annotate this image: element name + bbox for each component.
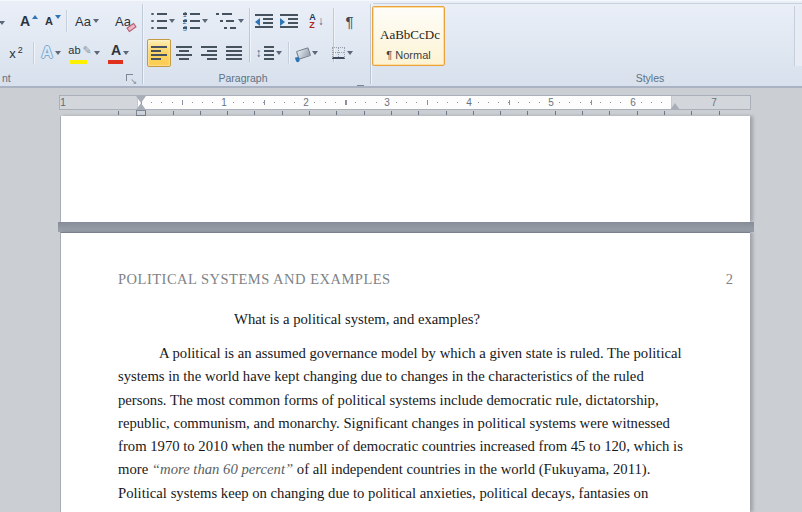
font-color-red-bar xyxy=(108,60,123,64)
right-indent-marker[interactable] xyxy=(670,103,680,110)
body-paragraph: A political is an assumed governance mod… xyxy=(118,342,678,505)
highlight-letters: ab xyxy=(68,44,80,56)
font-size-dropdown[interactable] xyxy=(0,14,9,32)
sort-button[interactable]: A Z ↓ xyxy=(303,7,330,35)
styles-group-label: Styles xyxy=(560,72,740,84)
justify-button[interactable] xyxy=(222,39,246,67)
page-1[interactable] xyxy=(60,116,750,222)
caret-up-icon xyxy=(32,15,38,19)
grow-font-button[interactable]: A xyxy=(16,7,42,35)
borders-icon xyxy=(332,47,345,59)
line-spacing-button[interactable]: ↕ xyxy=(252,39,285,67)
increase-indent-button[interactable] xyxy=(277,7,300,35)
ruler-inch: 1 xyxy=(218,97,230,108)
document-workspace: 1 2 3 4 5 6 1 7 POLITICAL SYSTEMS AND EX… xyxy=(0,88,802,512)
first-line-indent-marker[interactable] xyxy=(136,96,146,103)
chevron-down-icon xyxy=(312,51,318,55)
align-center-button[interactable] xyxy=(172,39,196,67)
multilevel-list-button[interactable] xyxy=(213,7,246,35)
align-center-icon xyxy=(176,46,192,60)
shrink-font-letter: A xyxy=(45,15,53,27)
hanging-indent-marker[interactable] xyxy=(136,103,146,110)
body-line-quote: more “more than 60 percent” of all indep… xyxy=(118,458,678,481)
running-head: POLITICAL SYSTEMS AND EXAMPLES xyxy=(118,271,391,288)
chevron-down-icon xyxy=(123,51,129,55)
superscript-button[interactable]: x 2 xyxy=(2,39,30,67)
font-dialog-launcher[interactable]: ↘ xyxy=(125,73,136,84)
body-line: Political systems keep on changing due t… xyxy=(118,482,678,505)
style-normal[interactable]: AaBbCcDc ¶ Normal xyxy=(372,6,445,66)
paragraph-group-label: Paragraph xyxy=(143,72,343,84)
page-number: 2 xyxy=(701,271,733,288)
decrease-indent-icon xyxy=(255,14,273,28)
chevron-down-icon xyxy=(0,21,5,25)
chevron-down-icon xyxy=(238,19,244,23)
caret-down-icon xyxy=(55,15,61,19)
ruler-inch: 5 xyxy=(545,97,557,108)
numbering-button[interactable]: 1 2 3 xyxy=(180,7,211,35)
align-right-icon xyxy=(201,46,217,60)
ruler-inch: 6 xyxy=(627,97,639,108)
pen-icon: ✎ xyxy=(83,44,92,57)
bullets-icon xyxy=(151,12,167,30)
separator xyxy=(288,42,289,64)
ruler-inch: 4 xyxy=(463,97,475,108)
page-gap-shadow xyxy=(58,222,754,232)
decrease-indent-button[interactable] xyxy=(252,7,275,35)
multilevel-list-icon xyxy=(216,12,236,30)
quote-suffix: of all independent countries in the worl… xyxy=(293,461,650,477)
font-group-label: nt xyxy=(2,72,22,84)
bullets-button[interactable] xyxy=(147,7,178,35)
ruler-inch: 7 xyxy=(708,97,720,108)
down-arrow-icon: ↓ xyxy=(318,14,324,28)
chevron-down-icon xyxy=(55,51,61,55)
grow-font-letter: A xyxy=(20,13,30,29)
superscript-x: x xyxy=(9,46,16,61)
change-case-letters: Aa xyxy=(75,14,91,29)
style-sample: AaBbCcDc xyxy=(380,27,440,43)
separator xyxy=(249,8,250,62)
updown-arrow-icon: ↕ xyxy=(256,46,262,60)
borders-button[interactable] xyxy=(325,39,360,67)
quote-prefix: more xyxy=(118,461,152,477)
change-case-button[interactable]: Aa xyxy=(71,7,103,35)
ribbon-home-tab: A A Aa Aa x 2 A ab ✎ xyxy=(0,0,802,88)
body-line: systems in the world have kept changing … xyxy=(118,365,678,388)
body-line: persons. The most common forms of politi… xyxy=(118,389,678,412)
gallery-scroll-strip[interactable] xyxy=(795,6,802,66)
word-window: A A Aa Aa x 2 A ab ✎ xyxy=(0,0,802,512)
numbering-icon: 1 2 3 xyxy=(183,12,200,30)
chevron-down-icon xyxy=(347,51,353,55)
chevron-down-icon xyxy=(202,19,208,23)
separator xyxy=(66,10,67,32)
text-effects-letter: A xyxy=(41,44,53,62)
ruler-text-area: 1 2 3 4 5 6 xyxy=(137,96,672,109)
align-right-button[interactable] xyxy=(197,39,221,67)
ruler-inch: 3 xyxy=(381,97,393,108)
align-left-button[interactable] xyxy=(147,39,171,67)
sort-icon: A Z xyxy=(309,13,316,29)
ruler-margin-number: 1 xyxy=(57,97,69,108)
body-line: republic, communism, and monarchy. Signi… xyxy=(118,412,678,435)
shading-button[interactable] xyxy=(292,39,323,67)
clear-formatting-button[interactable]: Aa xyxy=(108,7,138,35)
group-divider xyxy=(370,4,371,84)
highlight-yellow-bar xyxy=(70,60,87,64)
justify-icon xyxy=(226,46,242,60)
style-label: ¶ Normal xyxy=(373,49,444,61)
text-effects-button[interactable]: A xyxy=(37,39,65,67)
font-color-letter: A xyxy=(111,42,121,58)
document-title: What is a political system, and examples… xyxy=(118,311,596,328)
page-2[interactable]: POLITICAL SYSTEMS AND EXAMPLES 2 What is… xyxy=(60,232,750,512)
horizontal-ruler: 1 2 3 4 5 6 1 7 xyxy=(59,95,751,110)
paint-bucket-icon xyxy=(296,47,311,60)
highlight-color-button[interactable]: ab ✎ xyxy=(67,39,101,67)
font-color-button[interactable]: A xyxy=(103,39,137,67)
ruler-inch: 2 xyxy=(300,97,312,108)
pilcrow-icon: ¶ xyxy=(345,13,353,30)
align-left-icon xyxy=(151,46,167,60)
show-hide-pilcrow-button[interactable]: ¶ xyxy=(337,7,362,35)
shrink-font-button[interactable]: A xyxy=(42,7,64,35)
chevron-down-icon xyxy=(276,51,282,55)
chevron-down-icon xyxy=(94,51,100,55)
